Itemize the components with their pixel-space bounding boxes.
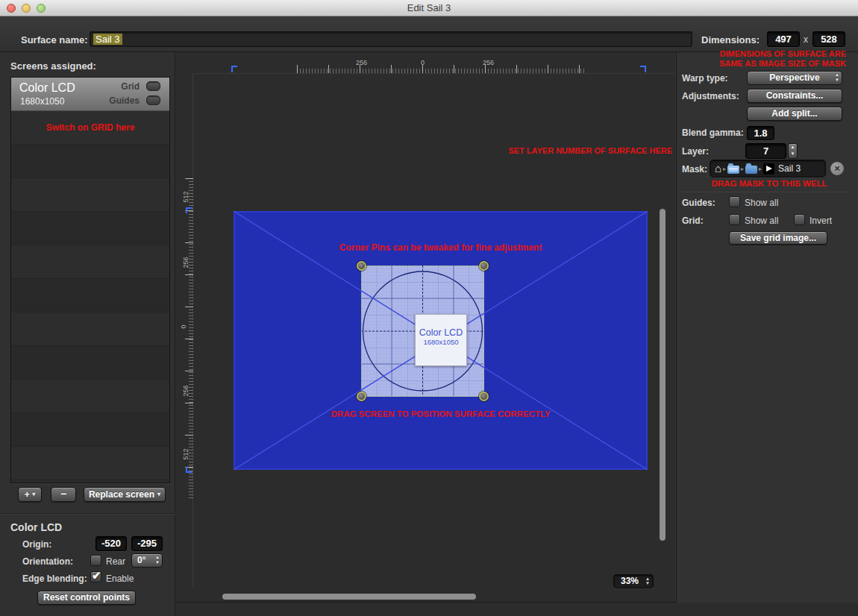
divider	[680, 192, 853, 192]
edge-blending-label: Edge blending:	[22, 573, 87, 584]
rear-checkbox[interactable]	[90, 555, 101, 566]
list-row	[11, 346, 169, 380]
annotation-set-layer: SET LAYER NUMBER OF SURFACE HERE	[508, 146, 672, 155]
blend-gamma-label: Blend gamma:	[682, 128, 744, 138]
vertical-ruler: 512 256 0 256 512	[179, 74, 193, 588]
corner-pin-bottom-right[interactable]	[479, 392, 489, 401]
constraints-button[interactable]: Constraints...	[747, 89, 842, 103]
layer-label: Layer:	[682, 146, 709, 157]
title-bar: Edit Sail 3	[0, 0, 858, 16]
screen-left-marker	[231, 66, 237, 72]
grid-checkbox[interactable]	[146, 81, 160, 91]
dimension-height-field[interactable]: 528	[812, 31, 845, 47]
open-folder-icon	[727, 166, 739, 174]
list-row	[11, 212, 169, 245]
save-grid-image-button[interactable]: Save grid image...	[729, 231, 827, 245]
app-window: Edit Sail 3 Surface name: Sail 3 Dimensi…	[0, 0, 858, 616]
annotation-switch-grid: Switch on GRID here	[11, 122, 169, 133]
window-title: Edit Sail 3	[0, 2, 858, 13]
remove-mask-button[interactable]: ×	[830, 162, 844, 175]
layer-stepper[interactable]: ▲▼	[788, 143, 798, 159]
dropdown-caret-icon: ▾	[32, 491, 35, 497]
mask-item-name: Sail 3	[778, 163, 801, 174]
annotation-dimensions: DIMENSIONS OF SURFACE ARE SAME AS IMAGE …	[719, 49, 846, 69]
enable-label: Enable	[106, 573, 134, 584]
screen-detail-title: Color LCD	[10, 521, 62, 533]
screen-list-item-color-lcd[interactable]: Color LCD 1680x1050 Grid Guides Switch o…	[11, 78, 169, 111]
layer-field[interactable]: 7	[745, 143, 786, 159]
surface-name-input[interactable]: Sail 3	[90, 31, 692, 47]
ruler-label: 256	[182, 257, 190, 268]
ruler-label: 256	[483, 59, 494, 66]
adjustments-label: Adjustments:	[682, 91, 739, 101]
popup-arrows-icon: ▲▼	[155, 555, 160, 565]
surface-name-value: Sail 3	[93, 34, 122, 45]
popup-arrows-icon: ▲▼	[835, 72, 839, 83]
ruler-label: 256	[182, 385, 190, 396]
grid-show-all-checkbox[interactable]	[729, 214, 740, 225]
mask-thumbnail-icon	[763, 163, 774, 175]
ruler-label: 0	[180, 324, 187, 328]
origin-label: Origin:	[22, 539, 51, 550]
chevron-icon: ▸	[723, 166, 726, 172]
canvas[interactable]: 256 0 256 512 256 0 256 512	[176, 52, 675, 603]
rotation-popup[interactable]: 0° ▲▼	[131, 553, 163, 568]
add-split-button[interactable]: Add split...	[747, 107, 842, 121]
popup-arrows-icon: ▲▼	[645, 576, 650, 585]
dimensions-times-label: x	[804, 34, 808, 45]
check-icon: ✔	[92, 569, 101, 582]
blend-gamma-field[interactable]: 1.8	[747, 126, 774, 140]
corner-pin-top-right[interactable]	[479, 261, 489, 271]
grid-label: Grid	[121, 81, 140, 92]
surface-name-label: Surface name:	[21, 34, 88, 45]
screens-list[interactable]: Color LCD 1680x1050 Grid Guides Switch o…	[10, 77, 170, 483]
annotation-drag-screen: DRAG SCREEN TO POSITION SURFACE CORRECTL…	[234, 409, 648, 418]
guides-show-all-label: Show all	[745, 198, 778, 208]
list-row	[11, 145, 169, 178]
mask-well[interactable]: ⌂ ▸ ▸ ▸ Sail 3	[710, 160, 826, 177]
dimension-width-field[interactable]: 497	[767, 31, 800, 47]
ruler-ticks	[297, 65, 584, 73]
divider	[0, 513, 175, 515]
guides-show-all-checkbox[interactable]	[729, 196, 740, 207]
list-row	[11, 413, 169, 447]
horizontal-scrollbar[interactable]	[222, 594, 476, 600]
orientation-label: Orientation:	[22, 556, 73, 567]
grid-section-label: Grid:	[682, 216, 704, 226]
home-icon: ⌂	[715, 163, 721, 174]
remove-screen-button[interactable]: −	[51, 487, 76, 502]
origin-x-field[interactable]: -520	[95, 536, 127, 551]
zoom-level-popup[interactable]: 33% ▲▼	[613, 574, 654, 588]
enable-checkbox[interactable]: ✔	[90, 571, 101, 582]
inspector-panel: Warp type: Perspective ▲▼ Adjustments: C…	[676, 52, 858, 616]
horizontal-ruler: 256 0 256	[192, 58, 675, 74]
reset-control-points-button[interactable]: Reset control points	[37, 591, 136, 605]
ruler-label: 0	[421, 59, 425, 66]
toolbar: Surface name: Sail 3 Dimensions: 497 x 5…	[0, 16, 858, 52]
grid-invert-checkbox[interactable]	[794, 214, 805, 225]
annotation-drag-mask: DRAG MASK TO THIS WELL	[710, 179, 829, 188]
list-row	[11, 245, 169, 279]
ruler-label: 512	[182, 448, 190, 459]
corner-pin-top-left[interactable]	[357, 261, 366, 271]
grid-show-all-label: Show all	[745, 216, 778, 226]
warp-type-label: Warp type:	[682, 73, 728, 84]
chevron-icon: ▸	[741, 166, 744, 172]
vertical-scrollbar[interactable]	[660, 209, 666, 541]
origin-y-field[interactable]: -295	[131, 536, 163, 551]
guides-section-label: Guides:	[682, 198, 715, 208]
screen-center-label: Color LCD 1680x1050	[415, 314, 467, 366]
screen-resolution: 1680x1050	[20, 96, 64, 107]
list-row	[11, 380, 169, 413]
corner-pin-bottom-left[interactable]	[357, 392, 366, 401]
sidebar: Screens assigned: Color LCD 1680x1050 Gr…	[0, 52, 175, 616]
screen-bottom-marker	[186, 467, 192, 473]
warp-type-popup[interactable]: Perspective ▲▼	[747, 71, 842, 85]
guides-checkbox[interactable]	[146, 95, 160, 105]
replace-screen-button[interactable]: Replace screen▾	[84, 487, 166, 502]
add-screen-button[interactable]: + ▾	[18, 487, 42, 502]
screen-top-marker	[186, 207, 192, 213]
bottom-strip	[176, 603, 858, 616]
screen-right-marker	[640, 66, 646, 72]
dimensions-label: Dimensions:	[701, 34, 760, 45]
